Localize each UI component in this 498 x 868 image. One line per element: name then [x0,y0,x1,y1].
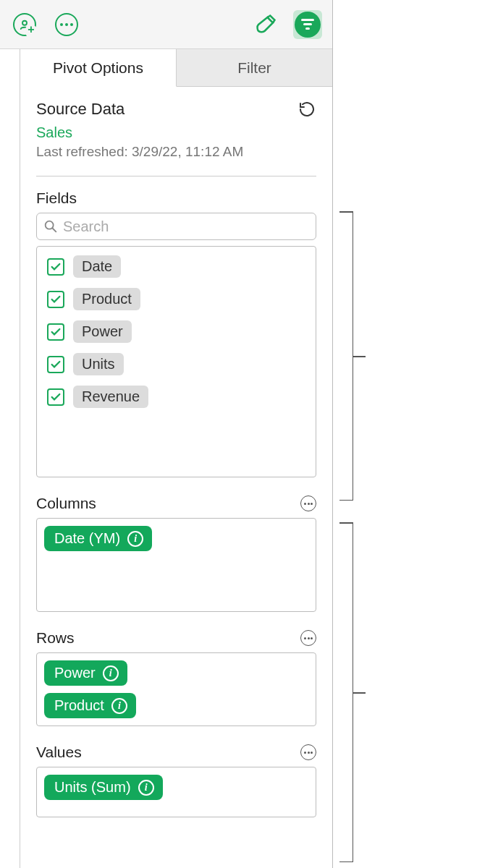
values-dropzone[interactable]: Units (Sum) i [36,767,316,817]
values-label: Values [36,744,82,761]
pill-label: Date (YM) [54,530,120,547]
source-table-link[interactable]: Sales [36,124,316,141]
pill-label: Power [54,665,96,681]
field-pill[interactable]: Power [73,320,132,343]
rows-dropzone[interactable]: Power i Product i [36,652,316,726]
sheet-edge [0,49,20,868]
field-item[interactable]: Revenue [47,386,305,408]
toolbar [0,0,332,49]
fields-list: Date Product Power [36,246,316,477]
annotation-bracket-fields [340,211,353,501]
annotation-bracket-wells [340,522,353,862]
check-icon [50,261,62,273]
fields-search[interactable] [36,213,316,240]
columns-dropzone[interactable]: Date (YM) i [36,518,316,612]
search-icon [43,218,59,234]
pill-label: Product [54,697,104,714]
tab-pivot-options[interactable]: Pivot Options [20,49,177,87]
search-input[interactable] [63,218,310,235]
row-field-pill[interactable]: Power i [44,660,127,686]
field-item[interactable]: Product [47,288,305,310]
info-icon[interactable]: i [103,665,119,681]
divider [36,176,316,176]
source-data-heading: Source Data [36,100,124,119]
check-icon [50,391,62,403]
checkbox[interactable] [47,388,64,406]
more-icon [55,13,78,36]
checkbox[interactable] [47,258,64,276]
rows-options-button[interactable] [300,630,316,646]
svg-point-0 [22,20,27,25]
info-icon[interactable]: i [138,780,154,796]
format-brush-button[interactable] [251,10,280,39]
info-icon[interactable]: i [111,698,127,714]
columns-label: Columns [36,495,96,512]
rows-label: Rows [36,629,75,647]
check-icon [50,294,62,305]
row-field-pill[interactable]: Product i [44,693,136,718]
organize-panel-button[interactable] [293,10,322,39]
value-field-pill[interactable]: Units (Sum) i [44,775,163,800]
tab-filter[interactable]: Filter [177,49,332,86]
inspector-tabs: Pivot Options Filter [20,49,332,87]
field-item[interactable]: Units [47,353,305,375]
check-icon [50,326,62,338]
collaborate-button[interactable] [10,10,39,39]
field-pill[interactable]: Units [73,353,124,375]
field-pill[interactable]: Revenue [73,386,148,408]
filter-lines-icon [295,12,321,38]
columns-options-button[interactable] [300,495,316,511]
checkbox[interactable] [47,323,64,341]
last-refreshed-text: Last refreshed: 3/29/22, 11:12 AM [36,144,316,160]
values-options-button[interactable] [300,744,316,760]
collab-add-icon [13,13,36,36]
more-options-button[interactable] [52,10,81,39]
field-pill[interactable]: Date [73,255,121,278]
check-icon [50,359,62,370]
sidebar-panel: Pivot Options Filter Source Data Sales L… [0,0,333,868]
refresh-button[interactable] [297,100,316,119]
pivot-options-panel: Source Data Sales Last refreshed: 3/29/2… [20,87,332,868]
info-icon[interactable]: i [127,531,143,547]
pill-label: Units (Sum) [54,779,131,796]
refresh-icon [298,101,316,118]
field-item[interactable]: Date [47,255,305,278]
checkbox[interactable] [47,291,64,308]
svg-point-1 [46,221,54,229]
checkbox[interactable] [47,356,64,373]
format-brush-icon [255,14,277,35]
fields-label: Fields [36,190,77,207]
column-field-pill[interactable]: Date (YM) i [44,526,152,551]
field-pill[interactable]: Product [73,288,140,310]
field-item[interactable]: Power [47,320,305,343]
